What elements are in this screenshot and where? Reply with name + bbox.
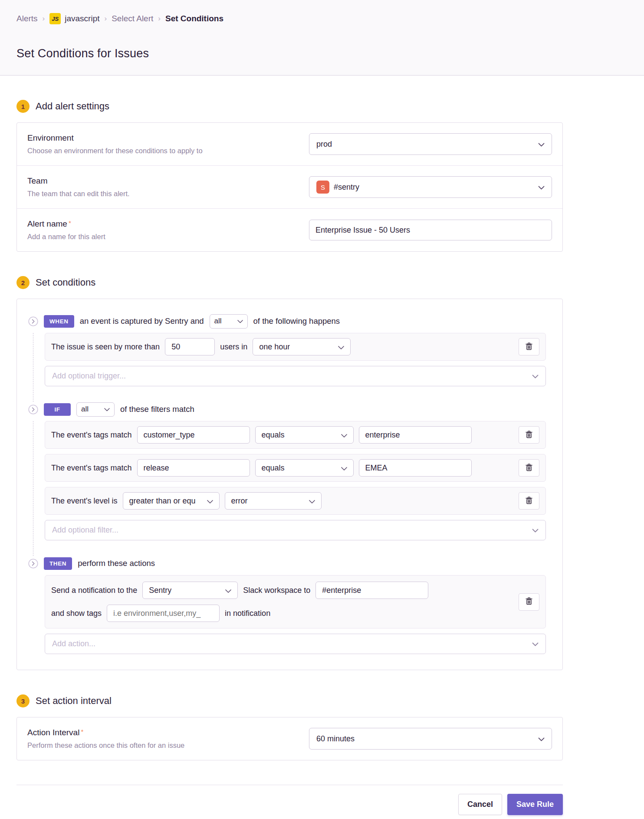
- team-label: Team: [27, 176, 130, 186]
- tag-key-input-wrap: [137, 426, 250, 444]
- breadcrumb-project-label: javascript: [65, 14, 99, 23]
- team-select[interactable]: S #sentry: [309, 176, 552, 198]
- collapse-chevron-icon[interactable]: [28, 405, 38, 414]
- filter-row: The event's tags match equals: [45, 454, 546, 482]
- add-filter-placeholder: Add optional filter...: [52, 526, 118, 535]
- then-rule-header: THEN perform these actions: [28, 556, 546, 571]
- action-text: Send a notification to the: [51, 586, 137, 595]
- delete-filter-button[interactable]: [519, 459, 539, 477]
- chevron-down-icon: [538, 183, 545, 192]
- chevron-down-icon: [104, 405, 110, 414]
- trash-icon: [526, 342, 532, 352]
- interval-select-value: one hour: [259, 342, 290, 352]
- add-filter-select[interactable]: Add optional filter...: [45, 520, 546, 540]
- if-text-after: of these filters match: [120, 405, 194, 414]
- trash-icon: [526, 497, 532, 506]
- save-rule-button[interactable]: Save Rule: [507, 794, 563, 815]
- action-row: Send a notification to the Sentry Slack …: [45, 575, 546, 628]
- action-interval-help: Perform these actions once this often fo…: [27, 741, 184, 750]
- action-interval-card: Action Interval* Perform these actions o…: [16, 717, 563, 760]
- alert-name-input[interactable]: [315, 226, 545, 235]
- when-rule-body: The issue is seen by more than users in …: [33, 333, 546, 402]
- filter-text: The event's tags match: [51, 431, 132, 440]
- user-count-input[interactable]: [171, 342, 208, 352]
- tag-value-input-wrap: [359, 426, 472, 444]
- breadcrumb-alerts[interactable]: Alerts: [16, 14, 38, 23]
- tag-value-input-wrap: [359, 459, 472, 477]
- tag-key-input[interactable]: [144, 464, 243, 473]
- user-count-input-wrap: [165, 338, 215, 355]
- chevron-down-icon: [538, 734, 545, 743]
- filter-text: The event's tags match: [51, 464, 132, 473]
- chevron-down-icon: [341, 431, 347, 440]
- tag-op-select[interactable]: equals: [255, 426, 354, 444]
- tag-op-select[interactable]: equals: [255, 459, 354, 477]
- if-match-select[interactable]: all: [76, 402, 115, 417]
- action-interval-select[interactable]: 60 minutes: [309, 728, 552, 750]
- tag-key-input-wrap: [137, 459, 250, 477]
- environment-select[interactable]: prod: [309, 133, 552, 155]
- action-text: Slack workspace to: [243, 586, 310, 595]
- level-value-select[interactable]: error: [225, 492, 322, 510]
- tag-value-input[interactable]: [365, 464, 465, 473]
- breadcrumb-separator: ›: [158, 14, 161, 23]
- collapse-chevron-icon[interactable]: [28, 316, 38, 326]
- alert-name-row: Alert name* Add a name for this alert: [17, 208, 562, 251]
- alert-name-label: Alert name*: [27, 219, 105, 229]
- if-badge: IF: [44, 403, 71, 416]
- add-action-select[interactable]: Add action...: [45, 634, 546, 654]
- step3-number-badge: 3: [16, 694, 30, 707]
- team-help: The team that can edit this alert.: [27, 190, 130, 198]
- step1-number-badge: 1: [16, 100, 30, 113]
- delete-action-button[interactable]: [519, 593, 539, 611]
- trash-icon: [526, 597, 532, 606]
- interval-select[interactable]: one hour: [253, 338, 351, 355]
- channel-input[interactable]: [322, 586, 422, 595]
- action-interval-label: Action Interval*: [27, 728, 184, 737]
- step1-header: 1 Add alert settings: [16, 100, 563, 113]
- condition-text: users in: [220, 342, 247, 352]
- tag-value-input[interactable]: [365, 431, 465, 440]
- breadcrumb-project[interactable]: JS javascript: [49, 13, 99, 24]
- then-rule-body: Send a notification to the Sentry Slack …: [33, 575, 546, 654]
- trash-icon: [526, 464, 532, 473]
- collapse-chevron-icon[interactable]: [28, 559, 38, 569]
- delete-filter-button[interactable]: [519, 492, 539, 510]
- when-text-after: of the following happens: [253, 316, 340, 326]
- action-interval-row: Action Interval* Perform these actions o…: [17, 717, 562, 760]
- filter-row: The event's tags match equals: [45, 421, 546, 449]
- action-interval-value: 60 minutes: [316, 734, 355, 743]
- required-asterisk: *: [69, 219, 71, 227]
- breadcrumb-select-alert[interactable]: Select Alert: [112, 14, 153, 23]
- chevron-down-icon: [532, 639, 539, 648]
- page-header: Alerts › JS javascript › Select Alert › …: [0, 0, 644, 76]
- chevron-down-icon: [341, 464, 347, 473]
- tags-input[interactable]: [113, 609, 213, 618]
- step1-title: Add alert settings: [36, 101, 109, 112]
- cancel-button[interactable]: Cancel: [458, 794, 502, 815]
- action-text: in notification: [225, 609, 270, 618]
- when-text-before: an event is captured by Sentry and: [80, 316, 204, 326]
- alert-settings-card: Environment Choose an environment for th…: [16, 122, 563, 252]
- delete-condition-button[interactable]: [519, 338, 539, 355]
- level-filter-row: The event's level is greater than or equ…: [45, 487, 546, 515]
- form-footer: Cancel Save Rule: [16, 785, 563, 815]
- action-text: and show tags: [51, 609, 102, 618]
- alert-name-help: Add a name for this alert: [27, 233, 105, 241]
- environment-help: Choose an environment for these conditio…: [27, 147, 203, 155]
- breadcrumb-separator: ›: [105, 14, 107, 23]
- delete-filter-button[interactable]: [519, 426, 539, 444]
- when-match-select[interactable]: all: [210, 314, 248, 329]
- step3-title: Set action interval: [36, 695, 112, 707]
- team-avatar: S: [316, 181, 329, 194]
- workspace-select[interactable]: Sentry: [142, 582, 238, 599]
- breadcrumb-separator: ›: [43, 14, 45, 23]
- tag-key-input[interactable]: [144, 431, 243, 440]
- tag-op-value: equals: [262, 431, 285, 440]
- add-trigger-select[interactable]: Add optional trigger...: [45, 366, 546, 386]
- chevron-down-icon: [237, 317, 243, 326]
- condition-text: The issue is seen by more than: [51, 342, 160, 352]
- level-op-select[interactable]: greater than or equ: [123, 492, 220, 510]
- add-trigger-placeholder: Add optional trigger...: [52, 372, 126, 381]
- javascript-platform-icon: JS: [49, 13, 61, 24]
